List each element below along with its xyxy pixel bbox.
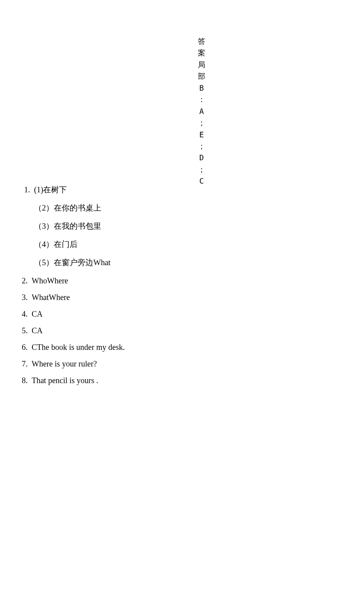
answer-item-3: 3. WhatWhere — [16, 292, 317, 303]
vertical-char: ： — [198, 94, 205, 105]
item-number: 5. — [16, 325, 32, 336]
vertical-char: D — [199, 152, 204, 163]
answer-item-1-sub4: （4）在门后 — [16, 239, 317, 250]
vertical-char: 部 — [198, 70, 205, 82]
vertical-char: ； — [198, 117, 205, 129]
answer-item-7: 7. Where is your ruler? — [16, 358, 317, 369]
item-number: 2. — [16, 275, 32, 286]
sub-content: （4）在门后 — [16, 239, 78, 250]
item-content: (1)在树下 — [34, 184, 67, 195]
vertical-char: 局 — [198, 59, 205, 70]
answer-item-1-sub2: （2）在你的书桌上 — [16, 202, 317, 213]
vertical-char: E — [199, 129, 204, 141]
vertical-char: 案 — [198, 47, 205, 59]
vertical-char: 答 — [198, 36, 205, 47]
vertical-char: A — [199, 106, 204, 117]
item-number: 6. — [16, 342, 32, 353]
answer-list: 1. (1)在树下 （2）在你的书桌上 （3）在我的书包里 （4）在门后 （5）… — [16, 184, 317, 391]
answer-item-4: 4. CA — [16, 308, 317, 319]
answer-item-5: 5. CA — [16, 325, 317, 336]
answer-item-2: 2. WhoWhere — [16, 275, 317, 286]
item-content: WhoWhere — [32, 275, 68, 286]
vertical-char: ； — [198, 141, 205, 152]
answer-item-8: 8. That pencil is yours . — [16, 375, 317, 386]
sub-content: （5）在窗户旁边What — [16, 257, 110, 268]
vertical-char: B — [199, 82, 204, 94]
item-number: 1. — [16, 184, 34, 195]
item-number: 4. — [16, 308, 32, 319]
answer-header-vertical: 答 案 局 部 B ： A ； E ； D ； C — [198, 36, 205, 187]
item-content: Where is your ruler? — [32, 358, 97, 369]
item-content: WhatWhere — [32, 292, 70, 303]
item-number: 7. — [16, 358, 32, 369]
later-items-group: 2. WhoWhere 3. WhatWhere 4. CA 5. CA 6. … — [16, 275, 317, 386]
item-content: CThe book is under my desk. — [32, 342, 125, 353]
vertical-char: ； — [198, 164, 205, 175]
answer-item-6: 6. CThe book is under my desk. — [16, 342, 317, 353]
answer-item-1-sub5: （5）在窗户旁边What — [16, 257, 317, 268]
item-number: 8. — [16, 375, 32, 386]
answer-item-1: 1. (1)在树下 — [16, 184, 317, 195]
item-content: CA — [32, 325, 43, 336]
item-content: That pencil is yours . — [32, 375, 98, 386]
sub-content: （3）在我的书包里 — [16, 220, 101, 232]
answer-item-1-sub3: （3）在我的书包里 — [16, 220, 317, 232]
item-number: 3. — [16, 292, 32, 303]
sub-content: （2）在你的书桌上 — [16, 202, 101, 213]
document-page: 答 案 局 部 B ： A ； E ； D ； C 1. (1)在树下 （2）在… — [0, 0, 364, 600]
item-content: CA — [32, 308, 43, 319]
